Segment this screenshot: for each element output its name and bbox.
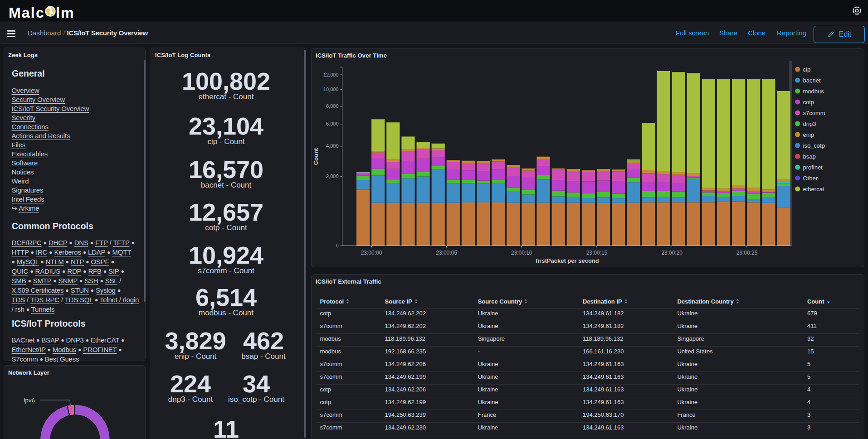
svg-text:2,000: 2,000 <box>326 174 339 179</box>
svg-text:ipv6: ipv6 <box>24 397 35 404</box>
svg-text:s7comm: s7comm <box>803 110 825 116</box>
svg-text:23:00:25: 23:00:25 <box>736 250 758 256</box>
svg-text:23:00:15: 23:00:15 <box>586 250 608 256</box>
svg-text:Count: Count <box>312 148 319 165</box>
svg-text:profinet: profinet <box>803 164 823 171</box>
svg-text:23:00:10: 23:00:10 <box>511 250 532 256</box>
svg-text:10,000: 10,000 <box>323 87 339 92</box>
svg-text:enip: enip <box>803 131 814 138</box>
svg-text:cip: cip <box>803 66 811 73</box>
svg-text:bacnet: bacnet <box>803 77 821 84</box>
svg-text:cotp: cotp <box>803 99 814 106</box>
svg-text:12,000: 12,000 <box>323 72 339 77</box>
svg-text:4,000: 4,000 <box>326 143 339 149</box>
svg-text:iso_cotp: iso_cotp <box>803 142 825 149</box>
svg-text:modbus: modbus <box>803 88 824 95</box>
svg-text:8,000: 8,000 <box>326 103 339 109</box>
svg-text:bsap: bsap <box>803 153 816 160</box>
svg-text:0: 0 <box>336 243 338 248</box>
svg-text:23:00:20: 23:00:20 <box>661 250 683 256</box>
svg-text:ethercat: ethercat <box>803 186 824 193</box>
svg-text:firstPacket per second: firstPacket per second <box>536 257 599 264</box>
svg-text:6,000: 6,000 <box>326 121 339 126</box>
svg-text:23:00:05: 23:00:05 <box>436 250 457 256</box>
svg-text:23:00:00: 23:00:00 <box>361 250 382 256</box>
svg-text:dnp3: dnp3 <box>803 121 816 127</box>
svg-text:Other: Other <box>803 175 818 182</box>
